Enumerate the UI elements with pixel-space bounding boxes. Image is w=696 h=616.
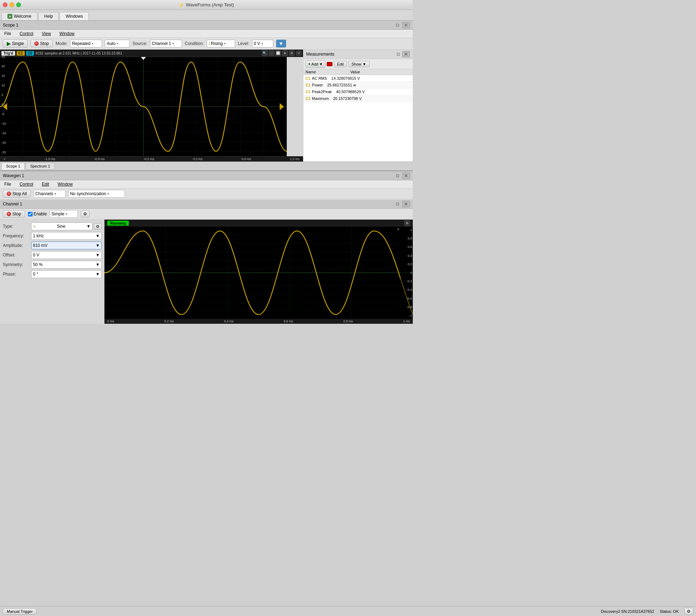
close-button[interactable] <box>3 2 7 7</box>
color-picker[interactable] <box>327 62 332 66</box>
frequency-dropdown[interactable]: 1 kHz ▼ <box>31 232 102 240</box>
stop-all-label: Stop All <box>12 191 27 196</box>
wavegen-menu-control[interactable]: Control <box>18 181 35 187</box>
wavegen-menu-edit[interactable]: Edit <box>40 181 51 187</box>
wavegen-expand-icon[interactable]: ⊡ <box>396 173 399 178</box>
wavegen-menu-file[interactable]: File <box>3 181 12 187</box>
scope-expand-icon[interactable]: ⊡ <box>396 23 399 28</box>
trigger-time-indicator <box>141 57 146 60</box>
plus-icon: + <box>7 14 12 19</box>
wavegen-close-button[interactable]: ✕ <box>402 173 410 179</box>
simple-value: Simple <box>51 211 64 216</box>
mode-dropdown-arrow: ▼ <box>91 42 94 45</box>
wavegen-menu-window[interactable]: Window <box>56 181 74 187</box>
level-down-button[interactable]: ▼ <box>276 40 286 47</box>
add-measurement-button[interactable]: + Add ▼ <box>306 60 325 68</box>
single-button[interactable]: ▶ Single <box>3 39 28 48</box>
scope-tab-bar: Scope 1 Spectrum 1 <box>0 162 413 170</box>
symmetry-row: Symmetry: 50 % ▼ <box>3 261 102 269</box>
rising-dropdown[interactable]: ⤴ Rising ▼ <box>207 40 235 47</box>
offset-label: Offset: <box>3 253 31 258</box>
symmetry-dropdown-arrow: ▼ <box>96 262 100 267</box>
phase-dropdown[interactable]: 0 ° ▼ <box>31 270 102 278</box>
frequency-value: 1 kHz <box>33 233 44 238</box>
channel1-toolbar: Stop Enable Simple ▼ ⚙ <box>0 209 413 220</box>
wg-y-label-04: 0.4 <box>407 254 412 258</box>
tab-windows[interactable]: Windows <box>59 12 89 20</box>
tab-help[interactable]: Help <box>38 12 59 20</box>
source-dropdown[interactable]: Channel 1 ▼ <box>150 40 182 47</box>
scope-cursor-icon[interactable]: ⊕ <box>282 50 288 56</box>
window-controls[interactable] <box>3 2 21 7</box>
scope-close-button[interactable]: ✕ <box>402 22 410 28</box>
scope-tab-scope1[interactable]: Scope 1 <box>1 163 25 170</box>
scope-y-button[interactable]: V <box>296 51 302 56</box>
channels-dropdown[interactable]: Channels ▼ <box>34 190 65 198</box>
sync-dropdown[interactable]: No synchronization ▼ <box>68 190 125 198</box>
meas-ch2-label: C1 <box>306 83 310 87</box>
scope-fit-icon[interactable]: ⬜ <box>275 50 281 56</box>
oscilloscope-header: Trig'd C1 C2 8192 samples at 2.631 MHz |… <box>0 50 303 57</box>
ch2-badge[interactable]: C2 <box>26 51 34 56</box>
channel1-close-button[interactable]: ✕ <box>402 201 410 207</box>
tab-welcome-label: Welcome <box>14 14 32 19</box>
maximize-button[interactable] <box>16 2 21 7</box>
tab-windows-label: Windows <box>65 14 83 19</box>
type-gear-button[interactable]: ⚙ <box>94 224 102 230</box>
enable-checkbox[interactable] <box>28 212 33 216</box>
meas-row3-ch: C1Peak2Peak <box>303 89 334 95</box>
ch1-badge[interactable]: C1 <box>17 51 25 56</box>
channel1-expand-icon[interactable]: ⊡ <box>396 202 399 207</box>
mode-dropdown[interactable]: Repeated ▼ <box>70 40 102 47</box>
col-name-header: Name <box>303 69 348 75</box>
condition-label: Condition: <box>185 41 204 46</box>
sync-value: No synchronization <box>70 191 106 196</box>
scope-waveform-svg <box>0 57 287 156</box>
type-dropdown[interactable]: ∿ Sine ▼ <box>31 222 92 230</box>
measurements-close-button[interactable]: ✕ <box>402 51 410 57</box>
meas-row1-name: AC RMS <box>312 76 327 80</box>
channel1-settings-button[interactable]: ⚙ <box>81 210 90 217</box>
wavegen-menu-bar: File Control Edit Window <box>0 180 413 188</box>
scope-tab-spectrum1[interactable]: Spectrum 1 <box>25 163 55 170</box>
minimize-button[interactable] <box>10 2 14 7</box>
level-dropdown-arrow: ▼ <box>261 42 264 45</box>
measurements-expand-icon[interactable]: ⊡ <box>397 52 400 57</box>
scope-stop-button[interactable]: Stop <box>30 40 53 47</box>
channel1-stop-button[interactable]: Stop <box>3 210 25 218</box>
scope-menu-view[interactable]: View <box>40 30 52 37</box>
wg-y-label-n1: -1 <box>409 314 412 317</box>
meas-row2-ch: C1Power <box>303 82 325 88</box>
scope-zoom-icon[interactable]: 🔍 <box>262 50 268 56</box>
auto-dropdown-arrow: ▼ <box>116 42 119 45</box>
wg-x-label-06: 0.6 ms <box>284 320 293 323</box>
wg-y-label-1: 1 <box>410 228 412 232</box>
scope-x-axis: X -1.5 ms -0.9 ms -0.3 ms 0.3 ms 0.9 ms … <box>0 156 303 162</box>
simple-dropdown[interactable]: Simple ▼ <box>50 210 78 218</box>
offset-dropdown[interactable]: 0 V ▼ <box>31 251 102 259</box>
stop-all-button[interactable]: Stop All <box>3 190 31 198</box>
amplitude-row: Amplitude: 810 mV ▼ <box>3 242 102 249</box>
tab-welcome[interactable]: + Welcome <box>1 12 38 20</box>
level-dropdown[interactable]: 0 V ▼ <box>252 40 273 47</box>
wavegen-title-bar: Wavegen 1 ⊡ ✕ <box>0 171 413 180</box>
scope-menu-file[interactable]: File <box>3 30 12 37</box>
enable-checkbox-label[interactable]: Enable <box>28 211 47 216</box>
scope-menu-window[interactable]: Window <box>58 30 76 37</box>
scope-settings-icon[interactable]: ⚙ <box>289 50 295 56</box>
wavegen-settings-icon[interactable]: ⚙ <box>404 220 410 226</box>
scope-pan-icon[interactable]: ↔ <box>269 50 274 56</box>
amplitude-dropdown[interactable]: 810 mV ▼ <box>31 242 102 249</box>
sine-wave-icon: ∿ <box>33 225 36 228</box>
symmetry-dropdown[interactable]: 50 % ▼ <box>31 261 102 269</box>
channel1-content: Type: ∿ Sine ▼ ⚙ Frequency: 1 kHz <box>0 220 413 324</box>
show-button[interactable]: Show ▼ <box>348 61 369 67</box>
scope-menu-control[interactable]: Control <box>18 30 35 37</box>
edit-button[interactable]: Edit <box>334 61 347 67</box>
wg-y-label-08: 0.8 <box>407 237 412 240</box>
wg-x-label-02: 0.2 ms <box>164 320 174 323</box>
auto-dropdown[interactable]: Auto ▼ <box>105 40 130 47</box>
source-dropdown-arrow: ▼ <box>172 42 175 45</box>
app-title: WaveForms (Amp Test) <box>186 2 234 7</box>
enable-label: Enable <box>34 211 47 216</box>
